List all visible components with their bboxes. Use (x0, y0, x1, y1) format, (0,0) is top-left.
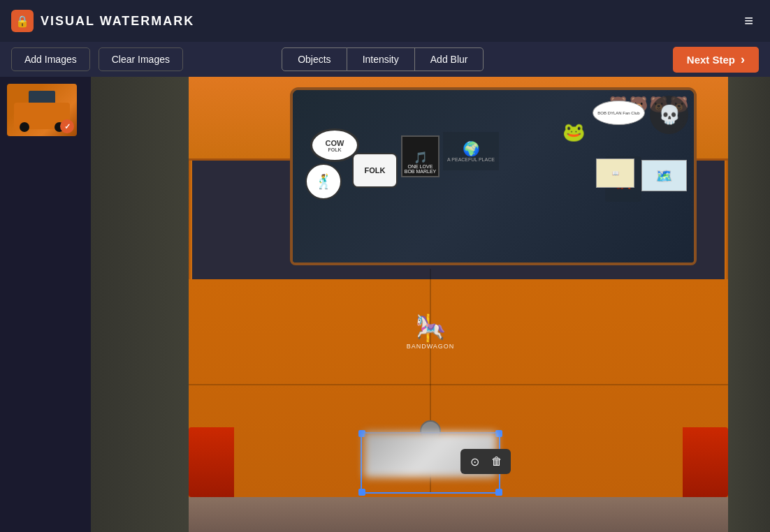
sticker-bob-dylan: BOB DYLAN Fan Club (593, 101, 645, 125)
emblem-icon: 🎠 (415, 313, 446, 343)
sticker-great-lakes: 🗺️ (641, 160, 687, 191)
emblem-text: BANDWAGON (407, 343, 455, 350)
app-title: VISUAL WATERMARK (41, 14, 194, 29)
tail-light-left (189, 427, 234, 497)
van-lower-body (189, 279, 728, 532)
door-line-horizontal (189, 384, 728, 385)
window-inner: 🕺 COW FOLK FOLK 🎵 ONE LOVE BOB MARLEY (293, 90, 694, 263)
add-images-button[interactable]: Add Images (11, 47, 90, 71)
center-buttons: Objects Intensity Add Blur (282, 47, 484, 71)
handle-bl[interactable] (358, 489, 365, 496)
van-emblem: 🎠 BANDWAGON (402, 300, 458, 363)
sticker-frog: 🐸 (557, 118, 590, 146)
hamburger-icon[interactable]: ≡ (739, 9, 759, 33)
add-blur-button[interactable]: Add Blur (415, 47, 484, 71)
image-thumbnail[interactable]: ✓ (7, 84, 77, 136)
plate-toolbar: ⊙ 🗑 (460, 449, 511, 474)
next-step-icon: › (741, 52, 745, 67)
toolbar: Add Images Clear Images Objects Intensit… (0, 42, 770, 77)
sticker-skull: 💀 (650, 96, 688, 134)
delete-icon: 🗑 (491, 455, 502, 468)
thumbnail-check: ✓ (60, 119, 74, 133)
bg-right (728, 77, 770, 532)
clear-images-button[interactable]: Clear Images (99, 47, 183, 71)
tail-light-right (683, 427, 728, 497)
van-scene: 🕺 COW FOLK FOLK 🎵 ONE LOVE BOB MARLEY (91, 77, 770, 532)
plate-container[interactable]: ⊙ 🗑 (350, 424, 511, 478)
sticker-bob-marley: 🎵 ONE LOVE BOB MARLEY (401, 135, 440, 177)
sticker-folk: FOLK (352, 153, 398, 188)
sticker-dancer: 🕺 (305, 163, 342, 200)
van-window-frame: 🕺 COW FOLK FOLK 🎵 ONE LOVE BOB MARLEY (290, 87, 697, 265)
sticker-peace: 🌍 A PEACEFUL PLACE (443, 132, 499, 170)
handle-br[interactable] (495, 489, 502, 496)
delete-button[interactable]: 🗑 (487, 452, 507, 471)
header: 🔒 VISUAL WATERMARK ≡ (0, 0, 770, 42)
next-step-label: Next Step (687, 54, 735, 66)
main-area: ✓ (0, 77, 770, 532)
sticker-record: 📖 (596, 158, 634, 188)
next-step-button[interactable]: Next Step › (673, 47, 759, 73)
van-bumper (189, 497, 728, 532)
objects-button[interactable]: Objects (282, 47, 347, 71)
restore-icon: ⊙ (470, 455, 479, 468)
svg-text:🔒: 🔒 (15, 15, 29, 28)
sidebar: ✓ (0, 77, 91, 532)
logo-icon: 🔒 (11, 10, 34, 32)
canvas-area[interactable]: 🕺 COW FOLK FOLK 🎵 ONE LOVE BOB MARLEY (91, 77, 770, 532)
logo-area: 🔒 VISUAL WATERMARK (11, 10, 194, 32)
bg-left (91, 77, 189, 532)
intensity-button[interactable]: Intensity (347, 47, 415, 71)
restore-button[interactable]: ⊙ (465, 452, 484, 471)
